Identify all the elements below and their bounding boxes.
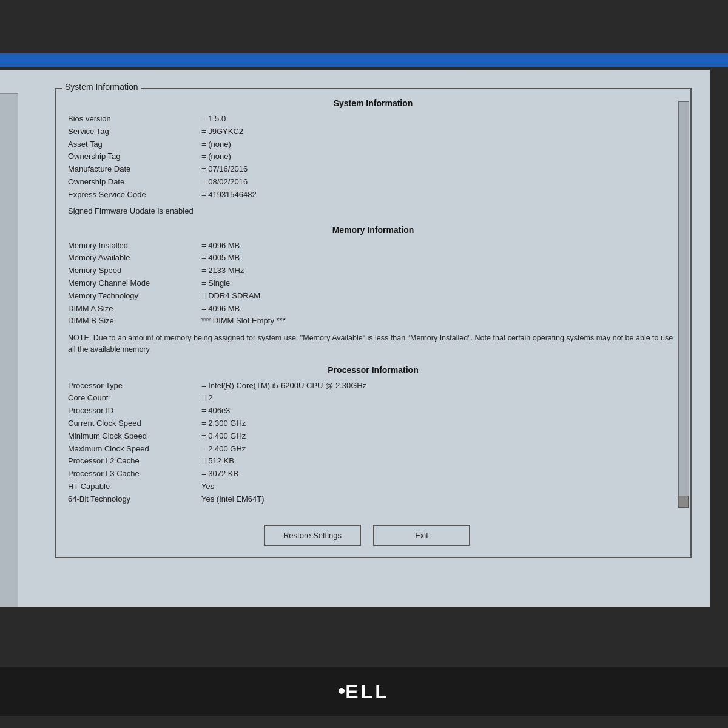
table-row: Memory Channel Mode = Single <box>68 277 678 290</box>
buttons-area: Restore Settings Exit <box>56 525 678 546</box>
panel-title: System Information <box>62 82 141 92</box>
exit-button[interactable]: Exit <box>373 525 470 546</box>
table-row: HT Capable Yes <box>68 480 678 493</box>
system-info-table: Bios version = 1.5.0 Service Tag = J9GYK… <box>68 113 678 201</box>
table-row: Bios version = 1.5.0 <box>68 113 678 126</box>
64bit-value: Yes (Intel EM64T) <box>201 493 265 506</box>
dimm-b-value: *** DIMM Slot Empty *** <box>201 315 286 328</box>
dimm-b-label: DIMM B Size <box>68 315 201 328</box>
table-row: Processor L3 Cache = 3072 KB <box>68 468 678 480</box>
bios-version-value: = 1.5.0 <box>201 113 226 126</box>
ownership-tag-label: Ownership Tag <box>68 150 201 163</box>
max-clock-value: = 2.400 GHz <box>201 443 246 456</box>
memory-available-label: Memory Available <box>68 252 201 265</box>
memory-channel-label: Memory Channel Mode <box>68 277 201 290</box>
system-info-header: System Information <box>68 98 678 108</box>
table-row: Memory Speed = 2133 MHz <box>68 265 678 277</box>
table-row: Ownership Tag = (none) <box>68 150 678 163</box>
system-info-panel: System Information System Information Bi… <box>55 88 692 558</box>
core-count-label: Core Count <box>68 392 201 405</box>
express-service-code-label: Express Service Code <box>68 189 201 201</box>
memory-tech-value: = DDR4 SDRAM <box>201 290 260 303</box>
max-clock-label: Maximum Clock Speed <box>68 443 201 456</box>
current-clock-value: = 2.300 GHz <box>201 417 246 430</box>
current-clock-label: Current Clock Speed <box>68 417 201 430</box>
ownership-date-label: Ownership Date <box>68 176 201 189</box>
table-row: Memory Available = 4005 MB <box>68 252 678 265</box>
dell-logo-dot-icon <box>339 688 345 694</box>
dimm-a-value: = 4096 MB <box>201 303 240 315</box>
express-service-code-value: = 41931546482 <box>201 189 257 201</box>
table-row: Ownership Date = 08/02/2016 <box>68 176 678 189</box>
table-row: 64-Bit Technology Yes (Intel EM64T) <box>68 493 678 506</box>
asset-tag-label: Asset Tag <box>68 138 201 151</box>
screen-area: System Information System Information Bi… <box>18 70 710 607</box>
blue-stripe <box>0 53 728 67</box>
64bit-label: 64-Bit Technology <box>68 493 201 506</box>
table-row: DIMM A Size = 4096 MB <box>68 303 678 315</box>
memory-info-header: Memory Information <box>68 225 678 235</box>
bios-version-label: Bios version <box>68 113 201 126</box>
processor-type-label: Processor Type <box>68 380 201 393</box>
bios-content: System Information System Information Bi… <box>55 76 704 558</box>
service-tag-label: Service Tag <box>68 126 201 138</box>
manufacture-date-label: Manufacture Date <box>68 163 201 176</box>
table-row: Memory Installed = 4096 MB <box>68 240 678 252</box>
ownership-tag-value: = (none) <box>201 150 231 163</box>
ht-capable-label: HT Capable <box>68 480 201 493</box>
asset-tag-value: = (none) <box>201 138 231 151</box>
dimm-a-label: DIMM A Size <box>68 303 201 315</box>
min-clock-label: Minimum Clock Speed <box>68 430 201 443</box>
laptop-frame: System Information System Information Bi… <box>0 0 728 728</box>
manufacture-date-value: = 07/16/2016 <box>201 163 248 176</box>
memory-speed-label: Memory Speed <box>68 265 201 277</box>
dell-logo: ELL <box>339 681 389 703</box>
l3-cache-value: = 3072 KB <box>201 468 238 480</box>
scrollbar[interactable] <box>678 101 689 508</box>
table-row: DIMM B Size *** DIMM Slot Empty *** <box>68 315 678 328</box>
processor-info-header: Processor Information <box>68 365 678 375</box>
scrollbar-thumb[interactable] <box>679 496 689 508</box>
processor-id-label: Processor ID <box>68 405 201 417</box>
memory-speed-value: = 2133 MHz <box>201 265 244 277</box>
service-tag-value: = J9GYKC2 <box>201 126 243 138</box>
ownership-date-value: = 08/02/2016 <box>201 176 248 189</box>
table-row: Processor L2 Cache = 512 KB <box>68 455 678 468</box>
table-row: Memory Technology = DDR4 SDRAM <box>68 290 678 303</box>
table-row: Current Clock Speed = 2.300 GHz <box>68 417 678 430</box>
table-row: Express Service Code = 41931546482 <box>68 189 678 201</box>
l2-cache-label: Processor L2 Cache <box>68 455 201 468</box>
memory-info-table: Memory Installed = 4096 MB Memory Availa… <box>68 240 678 328</box>
table-row: Core Count = 2 <box>68 392 678 405</box>
restore-settings-button[interactable]: Restore Settings <box>264 525 361 546</box>
ht-capable-value: Yes <box>201 480 214 493</box>
table-row: Manufacture Date = 07/16/2016 <box>68 163 678 176</box>
l3-cache-label: Processor L3 Cache <box>68 468 201 480</box>
processor-type-value: = Intel(R) Core(TM) i5-6200U CPU @ 2.30G… <box>201 380 366 393</box>
processor-info-table: Processor Type = Intel(R) Core(TM) i5-62… <box>68 380 678 506</box>
l2-cache-value: = 512 KB <box>201 455 234 468</box>
min-clock-value: = 0.400 GHz <box>201 430 246 443</box>
memory-tech-label: Memory Technology <box>68 290 201 303</box>
processor-id-value: = 406e3 <box>201 405 230 417</box>
memory-installed-label: Memory Installed <box>68 240 201 252</box>
table-row: Minimum Clock Speed = 0.400 GHz <box>68 430 678 443</box>
table-row: Maximum Clock Speed = 2.400 GHz <box>68 443 678 456</box>
memory-available-value: = 4005 MB <box>201 252 240 265</box>
table-row: Service Tag = J9GYKC2 <box>68 126 678 138</box>
memory-installed-value: = 4096 MB <box>201 240 240 252</box>
table-row: Processor Type = Intel(R) Core(TM) i5-62… <box>68 380 678 393</box>
memory-channel-value: = Single <box>201 277 230 290</box>
dell-logo-area: ELL <box>0 667 728 716</box>
table-row: Asset Tag = (none) <box>68 138 678 151</box>
signed-firmware-text: Signed Firmware Update is enabled <box>68 206 678 215</box>
core-count-value: = 2 <box>201 392 212 405</box>
table-row: Processor ID = 406e3 <box>68 405 678 417</box>
memory-note: NOTE: Due to an amount of memory being a… <box>68 332 678 356</box>
